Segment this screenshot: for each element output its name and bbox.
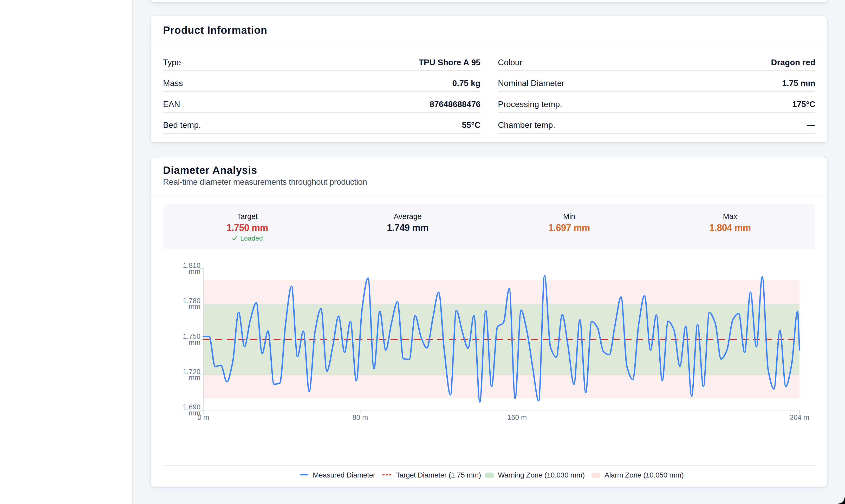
svg-text:160 m: 160 m (507, 414, 527, 421)
svg-text:mm: mm (189, 339, 201, 346)
svg-text:mm: mm (189, 303, 201, 311)
svg-text:0 m: 0 m (197, 414, 209, 421)
svg-text:80 m: 80 m (352, 414, 368, 421)
svg-text:mm: mm (189, 268, 201, 275)
svg-text:mm: mm (189, 374, 201, 382)
svg-text:304 m: 304 m (790, 414, 809, 421)
